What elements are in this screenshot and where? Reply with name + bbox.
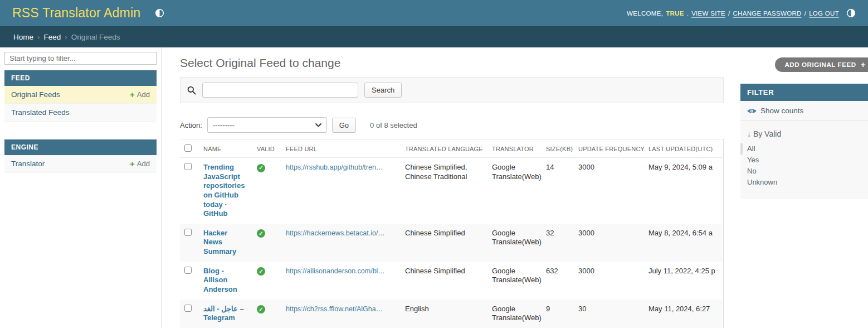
- filter-option-yes[interactable]: Yes: [740, 155, 868, 166]
- filter-group-title[interactable]: ↓ By Valid: [740, 121, 868, 143]
- app-header: RSS Translator Admin WELCOME, TRUE. VIEW…: [0, 0, 868, 26]
- action-select[interactable]: ---------: [207, 117, 327, 133]
- sort-arrow-icon: ↓: [747, 129, 751, 138]
- add-original-feed-button[interactable]: ADD ORIGINAL FEED +: [775, 57, 868, 72]
- translator-cell: Google Translate(Web): [487, 158, 542, 224]
- update-frequency-cell: 3000: [574, 158, 644, 224]
- sidebar-filter-input[interactable]: [4, 52, 157, 65]
- column-header-name[interactable]: NAME: [199, 139, 252, 158]
- sidebar-module-feed: FEED Original Feeds + Add Translated Fee…: [4, 70, 157, 122]
- row-checkbox[interactable]: [184, 229, 192, 236]
- select-all-checkbox[interactable]: [184, 144, 192, 152]
- size-cell: 14: [542, 158, 574, 224]
- valid-yes-icon: ✓: [257, 229, 265, 238]
- nav-sidebar: FEED Original Feeds + Add Translated Fee…: [0, 47, 162, 328]
- translated-language-cell: Chinese Simplified: [401, 262, 487, 300]
- update-frequency-cell: 30: [574, 300, 644, 328]
- site-title-link[interactable]: RSS Translator Admin: [12, 6, 140, 21]
- filter-option-no[interactable]: No: [740, 166, 868, 177]
- filter-option-unknown[interactable]: Unknown: [740, 177, 868, 188]
- column-header-last-updated[interactable]: LAST UPDATED(UTC): [644, 139, 723, 158]
- chevron-down-icon: [315, 123, 321, 127]
- feed-name-link[interactable]: Blog - Allison Anderson: [203, 267, 237, 293]
- breadcrumb-home[interactable]: Home: [13, 33, 33, 41]
- search-icon: [187, 86, 196, 95]
- last-updated-cell: May 9, 2024, 5:09 a: [648, 163, 719, 172]
- sidebar-item-original-feeds[interactable]: Original Feeds + Add: [4, 86, 157, 104]
- feed-url-link[interactable]: https://rsshub.app/github/tren…: [286, 163, 396, 172]
- translator-link[interactable]: Translator: [11, 160, 45, 168]
- table-row: Hacker News Summary ✓ https://hackernews…: [180, 224, 723, 262]
- table-row: Blog - Allison Anderson ✓ https://alliso…: [180, 262, 723, 300]
- column-header-update-frequency[interactable]: UPDATE FREQUENCY: [574, 139, 644, 158]
- size-cell: 9: [542, 300, 574, 328]
- add-label: Add: [137, 160, 150, 168]
- log-out-link[interactable]: LOG OUT: [809, 10, 839, 17]
- add-original-feed-link[interactable]: + Add: [130, 90, 150, 99]
- sidebar-item-translated-feeds[interactable]: Translated Feeds: [4, 104, 157, 122]
- original-feeds-link[interactable]: Original Feeds: [11, 90, 60, 99]
- add-translator-link[interactable]: + Add: [130, 160, 150, 168]
- row-checkbox[interactable]: [184, 267, 192, 274]
- search-input[interactable]: [202, 83, 358, 98]
- sidebar-module-engine: ENGINE Translator + Add: [4, 139, 157, 173]
- go-button[interactable]: Go: [332, 118, 356, 133]
- column-header-feed-url[interactable]: FEED URL: [281, 139, 401, 158]
- feed-url-link[interactable]: https://hackernews.betacat.io/…: [286, 229, 396, 238]
- row-checkbox[interactable]: [184, 163, 192, 170]
- translated-language-cell: Chinese Simplified: [401, 224, 487, 262]
- translator-cell: Google Translate(Web): [487, 224, 542, 262]
- search-button[interactable]: Search: [364, 83, 402, 98]
- sidebar-item-translator[interactable]: Translator + Add: [4, 155, 157, 173]
- column-header-valid[interactable]: VALID: [252, 139, 281, 158]
- filter-panel-title: FILTER: [740, 84, 868, 101]
- main-content: Select Original Feed to change Search Ac…: [162, 47, 868, 328]
- results-table-wrap: NAME VALID FEED URL TRANSLATED LANGUAGE …: [180, 139, 724, 328]
- last-updated-cell: May 11, 2024, 6:27: [648, 305, 719, 314]
- search-bar: Search: [180, 77, 724, 103]
- add-original-feed-label: ADD ORIGINAL FEED: [784, 61, 856, 68]
- translator-cell: Google Translate(Web): [487, 300, 542, 328]
- feed-name-link[interactable]: Hacker News Summary: [203, 229, 236, 255]
- actions-bar: Action: --------- Go 0 of 8 selected: [180, 117, 724, 133]
- last-updated-cell: May 8, 2024, 6:54 a: [648, 229, 719, 238]
- view-site-link[interactable]: VIEW SITE: [691, 10, 725, 17]
- filter-panel: FILTER Show counts ↓ By Valid: [740, 84, 868, 199]
- row-checkbox[interactable]: [184, 305, 192, 312]
- feed-name-link[interactable]: Trending JavaScript repositories on GitH…: [203, 163, 245, 218]
- filter-option-all[interactable]: All: [740, 143, 868, 155]
- column-header-translator[interactable]: TRANSLATOR: [487, 139, 542, 158]
- breadcrumb-current: Original Feeds: [71, 33, 120, 41]
- link-separator: /: [804, 10, 807, 17]
- translated-feeds-link[interactable]: Translated Feeds: [11, 108, 70, 117]
- feed-url-link[interactable]: https://ch2rss.fflow.net/AlGha…: [286, 305, 396, 313]
- column-header-size[interactable]: SIZE(KB): [542, 139, 574, 158]
- theme-toggle-icon[interactable]: [846, 8, 856, 18]
- update-frequency-cell: 3000: [574, 262, 644, 300]
- theme-toggle-icon[interactable]: [155, 8, 164, 18]
- feed-url-link[interactable]: https://allisonanderson.com/bl…: [286, 267, 396, 276]
- feed-name-link[interactable]: عاجل - الغد – Telegram: [203, 305, 244, 322]
- branding: RSS Translator Admin: [12, 6, 164, 21]
- translator-cell: Google Translate(Web): [487, 262, 542, 300]
- breadcrumb-separator: ›: [37, 33, 40, 41]
- size-cell: 32: [542, 224, 574, 262]
- change-password-link[interactable]: CHANGE PASSWORD: [733, 10, 802, 17]
- translated-language-cell: Chinese Simplified, Chinese Traditional: [401, 158, 487, 224]
- add-label: Add: [137, 90, 150, 99]
- plus-icon: +: [130, 160, 135, 168]
- update-frequency-cell: 3000: [574, 224, 644, 262]
- username-suffix: .: [687, 10, 689, 17]
- breadcrumb-separator: ›: [65, 33, 67, 41]
- breadcrumb-feed[interactable]: Feed: [44, 33, 61, 41]
- show-counts-label: Show counts: [760, 107, 803, 115]
- selection-counter: 0 of 8 selected: [370, 121, 417, 129]
- action-label: Action:: [180, 121, 202, 129]
- column-header-translated-language[interactable]: TRANSLATED LANGUAGE: [401, 139, 487, 158]
- right-column: ADD ORIGINAL FEED + FILTER Show counts: [740, 47, 868, 328]
- welcome-label: WELCOME,: [627, 10, 663, 17]
- changelist: Select Original Feed to change Search Ac…: [180, 47, 724, 328]
- valid-yes-icon: ✓: [257, 164, 265, 172]
- valid-yes-icon: ✓: [257, 305, 265, 313]
- show-counts-toggle[interactable]: Show counts: [740, 101, 868, 121]
